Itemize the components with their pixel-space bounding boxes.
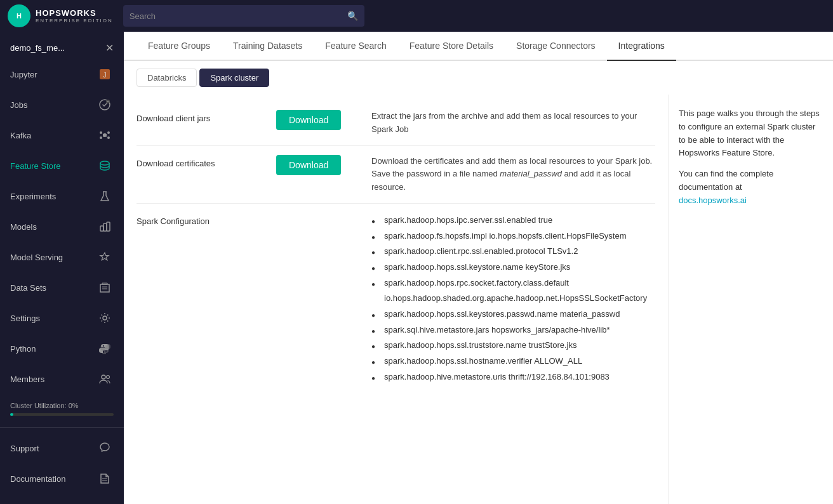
logo-title: HOPSWORKS <box>36 8 113 18</box>
documentation-icon <box>96 470 114 487</box>
sidebar-item-python[interactable]: Python <box>0 333 124 364</box>
info-text-1: This page walks you through the steps to… <box>679 107 823 160</box>
download-certificates-desc: Download the certificates and add them a… <box>371 155 655 194</box>
support-icon <box>96 439 114 457</box>
subtab-spark-cluster[interactable]: Spark cluster <box>199 69 269 87</box>
sidebar-item-support[interactable]: Support <box>0 433 124 463</box>
content-area: Feature Groups Training Datasets Feature… <box>124 32 833 504</box>
download-client-jars-action: Download <box>276 110 359 130</box>
download-client-jars-row: Download client jars Download Extract th… <box>137 101 655 146</box>
data-sets-icon <box>96 279 114 296</box>
settings-icon <box>96 309 114 327</box>
list-item: spark.hadoop.hops.ssl.keystores.passwd.n… <box>371 307 655 322</box>
logo-subtitle: ENTERPRISE EDITION <box>36 18 113 23</box>
download-client-jars-desc: Extract the jars from the archive and ad… <box>371 110 655 136</box>
download-certificates-label: Download certificates <box>137 155 263 168</box>
docs-link[interactable]: docs.hopsworks.ai <box>679 196 747 205</box>
subtabs-bar: Databricks Spark cluster <box>124 61 833 95</box>
sidebar-item-model-serving[interactable]: Model Serving <box>0 242 124 272</box>
tab-feature-search[interactable]: Feature Search <box>314 32 398 61</box>
info-panel: This page walks you through the steps to… <box>668 95 833 504</box>
list-item: spark.hadoop.hops.ssl.hostname.verifier … <box>371 354 655 369</box>
search-bar: 🔍 <box>123 5 364 27</box>
main-tabs: Feature Groups Training Datasets Feature… <box>124 32 833 61</box>
main-panel: Download client jars Download Extract th… <box>124 95 668 504</box>
list-item: spark.hadoop.hive.metastore.uris thrift:… <box>371 369 655 385</box>
svg-point-10 <box>107 136 110 139</box>
cluster-utilization: Cluster Utilization: 0% <box>0 395 124 422</box>
list-item: spark.hadoop.hops.ssl.keystore.name keyS… <box>371 260 655 275</box>
sidebar-item-data-sets[interactable]: Data Sets <box>0 272 124 303</box>
download-client-jars-button[interactable]: Download <box>276 110 341 130</box>
sidebar-item-models[interactable]: Models <box>0 211 124 242</box>
spark-config-row: Spark Configuration spark.hadoop.hops.ip… <box>137 204 655 394</box>
model-serving-icon <box>96 248 114 266</box>
sidebar-item-settings[interactable]: Settings <box>0 303 124 333</box>
project-name: demo_fs_me... <box>10 43 65 53</box>
download-certificates-row: Download certificates Download Download … <box>137 146 655 204</box>
spark-config-list: spark.hadoop.hops.ipc.server.ssl.enabled… <box>371 213 655 385</box>
tab-feature-groups[interactable]: Feature Groups <box>137 32 222 61</box>
logo-text-area: HOPSWORKS ENTERPRISE EDITION <box>36 8 113 23</box>
svg-point-24 <box>107 376 110 379</box>
list-item: spark.sql.hive.metastore.jars hopsworks_… <box>371 322 655 338</box>
svg-text:H: H <box>17 12 22 20</box>
cert-desc-em: material_passwd <box>500 169 562 178</box>
cluster-util-label: Cluster Utilization: 0% <box>10 402 79 409</box>
list-item: spark.hadoop.hops.ssl.truststore.name tr… <box>371 338 655 354</box>
list-item: spark.hadoop.hops.ipc.server.ssl.enabled… <box>371 213 655 229</box>
download-certificates-button[interactable]: Download <box>276 155 341 175</box>
logo-area: H HOPSWORKS ENTERPRISE EDITION <box>8 4 113 27</box>
sidebar-project: demo_fs_me... ✕ <box>0 37 124 59</box>
sidebar-item-jupyter[interactable]: Jupyter J <box>0 59 124 90</box>
main-layout: demo_fs_me... ✕ Jupyter J Jobs Kafka Fea… <box>0 32 833 504</box>
sidebar: demo_fs_me... ✕ Jupyter J Jobs Kafka Fea… <box>0 32 124 504</box>
util-fill <box>10 413 13 416</box>
logo-icon: H <box>8 4 30 27</box>
svg-point-7 <box>100 131 102 134</box>
tab-storage-connectors[interactable]: Storage Connectors <box>505 32 607 61</box>
tab-feature-store-details[interactable]: Feature Store Details <box>398 32 505 61</box>
jupyter-icon: J <box>96 65 114 83</box>
python-icon <box>96 340 114 357</box>
content-body: Download client jars Download Extract th… <box>124 95 833 504</box>
search-icon[interactable]: 🔍 <box>347 11 358 21</box>
sidebar-bottom: Support Documentation <box>0 427 124 499</box>
tab-training-datasets[interactable]: Training Datasets <box>222 32 314 61</box>
kafka-icon <box>96 126 114 144</box>
download-certificates-action: Download <box>276 155 359 175</box>
tab-integrations[interactable]: Integrations <box>607 32 676 61</box>
close-icon[interactable]: ✕ <box>105 42 114 54</box>
sidebar-item-experiments[interactable]: Experiments <box>0 181 124 211</box>
feature-store-icon <box>96 157 114 175</box>
svg-point-8 <box>107 131 110 134</box>
jobs-icon <box>96 96 114 114</box>
info-text-2: You can find the complete documentation … <box>679 168 823 207</box>
svg-point-23 <box>102 375 105 379</box>
subtab-databricks[interactable]: Databricks <box>137 69 197 87</box>
spark-config-label: Spark Configuration <box>137 213 263 226</box>
list-item: spark.hadoop.fs.hopsfs.impl io.hops.hops… <box>371 229 655 244</box>
sidebar-item-jobs[interactable]: Jobs <box>0 90 124 120</box>
list-item: spark.hadoop.hops.rpc.socket.factory.cla… <box>371 275 655 307</box>
members-icon <box>96 370 114 388</box>
svg-point-22 <box>103 316 107 320</box>
svg-point-15 <box>100 161 109 165</box>
svg-text:J: J <box>103 72 107 79</box>
search-input[interactable] <box>130 11 342 21</box>
download-client-jars-label: Download client jars <box>137 110 263 123</box>
svg-point-9 <box>100 136 102 139</box>
experiments-icon <box>96 187 114 205</box>
util-bar <box>10 413 114 416</box>
sidebar-item-members[interactable]: Members <box>0 364 124 394</box>
sidebar-item-feature-store[interactable]: Feature Store <box>0 150 124 181</box>
models-icon <box>96 218 114 235</box>
topbar: H HOPSWORKS ENTERPRISE EDITION 🔍 <box>0 0 833 32</box>
sidebar-item-kafka[interactable]: Kafka <box>0 120 124 150</box>
list-item: spark.hadoop.client.rpc.ssl.enabled.prot… <box>371 244 655 260</box>
svg-rect-19 <box>107 222 110 231</box>
sidebar-item-documentation[interactable]: Documentation <box>0 463 124 494</box>
